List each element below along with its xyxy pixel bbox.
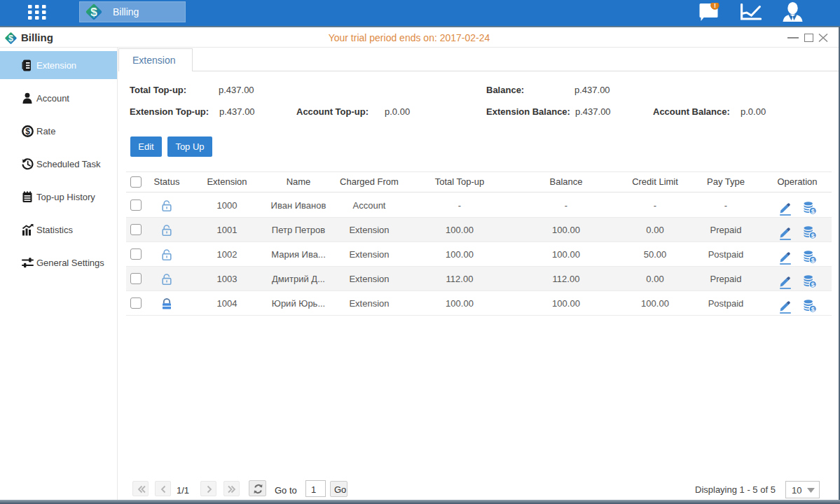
svg-text:$: $	[25, 127, 30, 136]
svg-text:$: $	[811, 208, 815, 215]
svg-text:$: $	[811, 281, 815, 288]
svg-text:!: !	[714, 3, 716, 9]
svg-text:$: $	[8, 34, 13, 43]
svg-text:$: $	[90, 6, 97, 19]
svg-text:$: $	[811, 306, 815, 313]
svg-text:$: $	[811, 232, 815, 239]
svg-text:$: $	[811, 257, 815, 264]
